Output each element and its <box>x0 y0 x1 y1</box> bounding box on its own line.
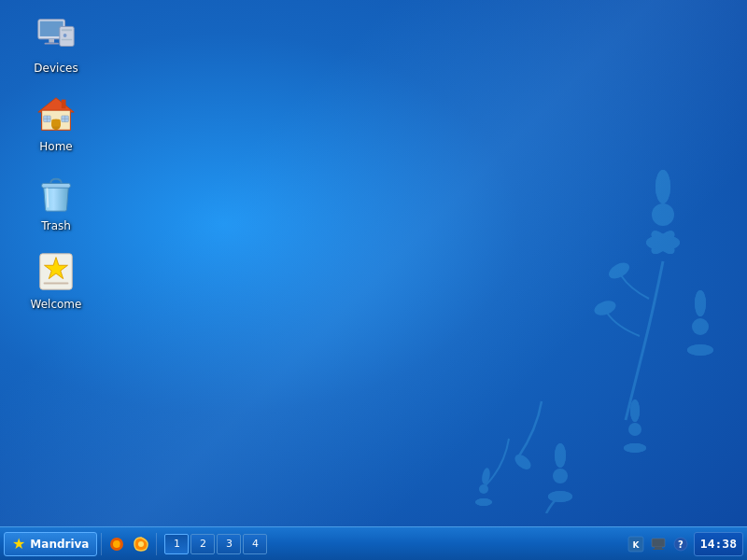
svg-rect-61 <box>655 547 662 549</box>
svg-point-27 <box>479 484 488 494</box>
svg-point-16 <box>630 399 640 422</box>
home-icon-image <box>34 91 78 136</box>
devices-icon[interactable]: Devices <box>19 9 93 78</box>
svg-text:?: ? <box>678 539 684 550</box>
svg-rect-53 <box>44 283 69 285</box>
workspace-3-button[interactable]: 3 <box>217 534 241 554</box>
svg-point-5 <box>648 227 679 258</box>
svg-point-6 <box>648 227 679 258</box>
workspace-4-button[interactable]: 4 <box>243 534 267 554</box>
svg-point-0 <box>652 203 674 226</box>
svg-point-10 <box>695 290 706 316</box>
svg-point-8 <box>648 227 679 258</box>
svg-point-25 <box>548 491 572 502</box>
svg-point-20 <box>592 298 617 317</box>
svg-rect-33 <box>49 39 54 43</box>
svg-point-17 <box>624 443 646 453</box>
svg-rect-50 <box>42 183 71 188</box>
clock[interactable]: 14:38 <box>694 532 743 556</box>
svg-point-18 <box>624 443 646 453</box>
svg-point-3 <box>646 235 680 250</box>
mandriva-star-icon: ★ <box>12 535 25 553</box>
desktop-icons-container: Devices <box>19 9 93 315</box>
svg-point-14 <box>628 423 641 436</box>
welcome-label: Welcome <box>31 298 82 311</box>
svg-point-28 <box>481 468 491 485</box>
quick-launch <box>106 533 152 555</box>
home-label: Home <box>39 140 72 153</box>
svg-point-55 <box>113 540 120 548</box>
svg-point-13 <box>687 344 713 356</box>
workspace-switcher: 1 2 3 4 <box>164 534 619 554</box>
svg-point-24 <box>548 491 572 502</box>
devices-icon-image <box>34 13 78 58</box>
firefox-quicklaunch[interactable] <box>106 533 128 555</box>
floral-decoration <box>374 140 747 513</box>
svg-point-57 <box>138 541 144 547</box>
trash-icon-image <box>34 171 78 216</box>
svg-point-29 <box>475 498 492 506</box>
svg-text:K: K <box>632 540 640 550</box>
separator-1 <box>101 533 102 555</box>
svg-point-11 <box>695 290 706 316</box>
desktop: Devices <box>0 0 747 560</box>
workspace-2-button[interactable]: 2 <box>190 534 215 554</box>
svg-point-4 <box>646 235 680 250</box>
svg-point-9 <box>692 318 709 335</box>
system-tray: K ? <box>626 534 691 554</box>
svg-point-2 <box>655 170 670 203</box>
svg-point-30 <box>475 498 492 506</box>
taskbar-right: K ? <box>626 532 743 556</box>
svg-rect-62 <box>653 549 664 550</box>
svg-point-37 <box>63 34 67 37</box>
home-icon[interactable]: Home <box>19 88 93 157</box>
svg-point-23 <box>555 443 566 468</box>
svg-rect-49 <box>62 100 66 109</box>
workspace-1-button[interactable]: 1 <box>164 534 189 554</box>
svg-point-22 <box>555 443 566 468</box>
taskbar: ★ Mandriva 1 <box>0 526 747 560</box>
browser-quicklaunch[interactable] <box>130 533 152 555</box>
separator-2 <box>156 533 157 555</box>
display-tray-icon[interactable] <box>648 534 669 554</box>
welcome-icon-image <box>34 249 78 294</box>
svg-rect-60 <box>652 539 665 547</box>
devices-label: Devices <box>34 62 78 75</box>
svg-rect-38 <box>62 39 73 40</box>
trash-icon[interactable]: Trash <box>19 167 93 236</box>
start-button[interactable]: ★ Mandriva <box>4 532 97 556</box>
help-tray-icon[interactable]: ? <box>670 534 691 554</box>
svg-point-1 <box>655 170 670 203</box>
svg-point-26 <box>512 452 533 472</box>
welcome-icon[interactable]: Welcome <box>19 245 93 315</box>
kde-tray-icon[interactable]: K <box>626 534 646 554</box>
start-label: Mandriva <box>30 538 89 551</box>
trash-label: Trash <box>41 219 71 232</box>
svg-rect-42 <box>51 119 61 127</box>
svg-point-15 <box>630 399 640 422</box>
svg-point-12 <box>687 344 713 356</box>
svg-rect-34 <box>45 43 59 45</box>
light-ray <box>0 0 747 560</box>
svg-point-19 <box>606 259 632 282</box>
svg-point-21 <box>553 469 568 483</box>
svg-rect-36 <box>62 29 73 31</box>
svg-point-7 <box>648 227 679 258</box>
